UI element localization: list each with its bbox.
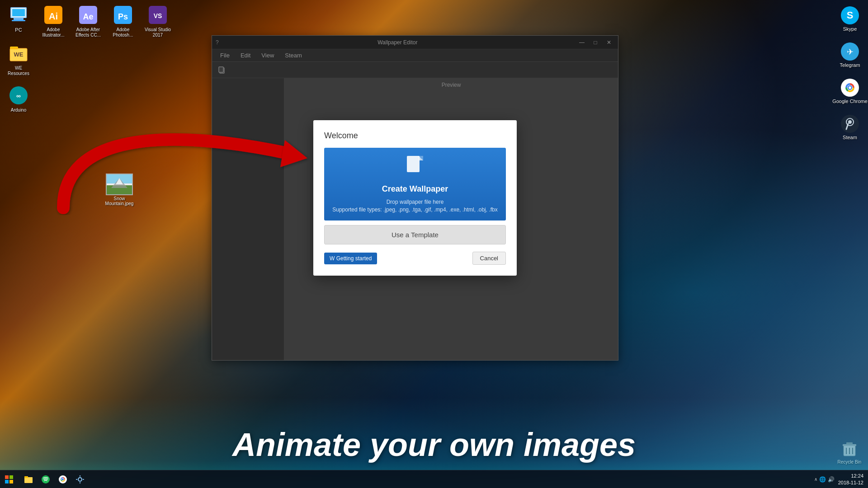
- bottom-text-overlay: Animate your own images: [0, 426, 868, 463]
- svg-rect-45: [9, 475, 13, 479]
- chrome-label: Google Chrome: [832, 99, 868, 104]
- we-resources-label: WEResources: [8, 66, 29, 76]
- svg-point-50: [42, 475, 50, 483]
- desktop-icon-aftereffects[interactable]: Ae Adobe AfterEffects CC...: [72, 2, 104, 40]
- svg-rect-58: [83, 479, 84, 480]
- bottom-headline: Animate your own images: [0, 426, 868, 463]
- svg-rect-46: [5, 480, 9, 483]
- svg-text:Ps: Ps: [118, 12, 128, 21]
- taskbar-right: ∧ 🌐 🔊 12:24 2018-11-12: [810, 473, 868, 486]
- svg-rect-47: [9, 480, 13, 483]
- svg-rect-33: [843, 444, 856, 446]
- svg-point-53: [62, 479, 64, 480]
- recycle-bin-label: Recycle Bin: [838, 460, 862, 465]
- use-template-button[interactable]: Use a Template: [324, 225, 506, 244]
- dialog-content: Welcome Create Wallpaper Drop wallpaper …: [313, 120, 517, 276]
- left-desktop-icons: WE WEResources ∞ Arduino: [2, 41, 35, 115]
- svg-rect-55: [80, 475, 80, 477]
- svg-text:S: S: [847, 9, 854, 21]
- taskbar-settings[interactable]: [72, 471, 88, 488]
- tray-chevron[interactable]: ∧: [814, 477, 817, 482]
- taskbar-pinned-icons: [18, 471, 90, 488]
- dialog-footer: W Getting started Cancel: [324, 252, 506, 265]
- desktop-icon-telegram[interactable]: ✈ Telegram: [832, 36, 868, 72]
- svg-rect-14: [10, 47, 18, 49]
- pc-icon: [8, 4, 29, 26]
- svg-rect-34: [846, 442, 853, 445]
- welcome-dialog: Welcome Create Wallpaper Drop wallpaper …: [313, 120, 517, 276]
- aftereffects-icon: Ae: [77, 4, 99, 26]
- desktop-icon-steam[interactable]: Steam: [832, 108, 868, 145]
- desktop-icon-skype[interactable]: S Skype: [832, 0, 868, 36]
- desktop-icon-photoshop[interactable]: Ps AdobePhotosh...: [107, 2, 139, 40]
- desktop-icon-pc[interactable]: PC: [2, 2, 35, 40]
- visualstudio-icon: VS: [147, 4, 169, 26]
- drop-text: Drop wallpaper file here: [331, 198, 499, 206]
- taskbar-spotify[interactable]: [38, 471, 54, 488]
- we-resources-icon: WE: [8, 42, 29, 64]
- create-wallpaper-button[interactable]: Create Wallpaper Drop wallpaper file her…: [324, 148, 506, 221]
- svg-rect-41: [407, 156, 420, 172]
- svg-point-26: [849, 86, 851, 89]
- tray-network: 🌐: [819, 476, 826, 483]
- dialog-overlay: Welcome Create Wallpaper Drop wallpaper …: [212, 36, 618, 360]
- create-wallpaper-title: Create Wallpaper: [331, 184, 499, 194]
- taskbar-date-display: 2018-11-12: [838, 479, 863, 486]
- taskbar-time-display: 12:24: [838, 473, 863, 479]
- pc-label: PC: [15, 27, 22, 33]
- top-right-desktop-icons: S Skype ✈ Telegram Google Ch: [832, 0, 868, 145]
- svg-rect-2: [12, 20, 25, 21]
- visualstudio-label: Visual Studio2017: [145, 27, 171, 38]
- svg-rect-32: [844, 445, 855, 456]
- svg-text:Ai: Ai: [49, 11, 58, 21]
- wallpaper-editor-window: ? Wallpaper Editor — □ ✕ File Edit View …: [212, 35, 618, 361]
- taskbar-tray: ∧ 🌐 🔊: [814, 476, 835, 483]
- svg-text:Ae: Ae: [83, 12, 93, 21]
- photoshop-icon: Ps: [112, 4, 134, 26]
- taskbar-chrome[interactable]: [55, 471, 71, 488]
- dialog-title: Welcome: [324, 131, 506, 141]
- illustrator-icon: Ai: [42, 4, 64, 26]
- taskbar: ∧ 🌐 🔊 12:24 2018-11-12: [0, 470, 868, 488]
- supported-types: Supported file types: .jpeg, .png, .tga,…: [331, 206, 499, 214]
- svg-rect-57: [76, 479, 77, 480]
- desktop-icon-visualstudio[interactable]: VS Visual Studio2017: [142, 2, 174, 40]
- recycle-bin[interactable]: Recycle Bin: [833, 437, 866, 466]
- start-button[interactable]: [0, 470, 18, 488]
- snow-mountain-thumbnail: [106, 174, 133, 195]
- steam-label: Steam: [843, 135, 857, 140]
- svg-point-54: [78, 478, 82, 481]
- svg-text:∞: ∞: [16, 92, 21, 99]
- top-left-app-icons: PC Ai AdobeIllustrator... Ae Adobe After…: [2, 2, 174, 40]
- svg-rect-4: [12, 9, 25, 16]
- desktop-icon-chrome[interactable]: Google Chrome: [832, 72, 868, 108]
- create-wallpaper-icon: [331, 155, 499, 181]
- svg-text:VS: VS: [154, 12, 162, 19]
- svg-rect-1: [14, 18, 24, 20]
- snow-mountain-file[interactable]: Snow Mountain.jpeg: [103, 172, 136, 208]
- desktop-icon-we-resources[interactable]: WE WEResources: [2, 41, 35, 78]
- svg-rect-49: [24, 476, 28, 478]
- snow-mountain-label: Snow Mountain.jpeg: [105, 196, 134, 206]
- telegram-label: Telegram: [840, 62, 860, 68]
- getting-started-button[interactable]: W Getting started: [324, 253, 377, 264]
- taskbar-file-explorer[interactable]: [20, 471, 37, 488]
- arduino-label: Arduino: [11, 108, 26, 113]
- skype-label: Skype: [843, 26, 857, 32]
- photoshop-label: AdobePhotosh...: [113, 27, 133, 38]
- tray-volume[interactable]: 🔊: [828, 476, 835, 483]
- arduino-icon: ∞: [8, 84, 29, 106]
- desktop-icon-illustrator[interactable]: Ai AdobeIllustrator...: [37, 2, 70, 40]
- svg-text:✈: ✈: [847, 47, 854, 56]
- svg-point-29: [848, 120, 852, 124]
- illustrator-label: AdobeIllustrator...: [42, 27, 65, 38]
- svg-text:WE: WE: [14, 51, 24, 58]
- svg-rect-56: [80, 482, 80, 483]
- desktop: PC Ai AdobeIllustrator... Ae Adobe After…: [0, 0, 868, 488]
- taskbar-datetime[interactable]: 12:24 2018-11-12: [838, 473, 863, 486]
- cancel-button[interactable]: Cancel: [472, 252, 506, 265]
- svg-rect-44: [5, 475, 9, 479]
- aftereffects-label: Adobe AfterEffects CC...: [75, 27, 101, 38]
- recycle-bin-icon: [839, 439, 860, 460]
- desktop-icon-arduino[interactable]: ∞ Arduino: [2, 83, 35, 115]
